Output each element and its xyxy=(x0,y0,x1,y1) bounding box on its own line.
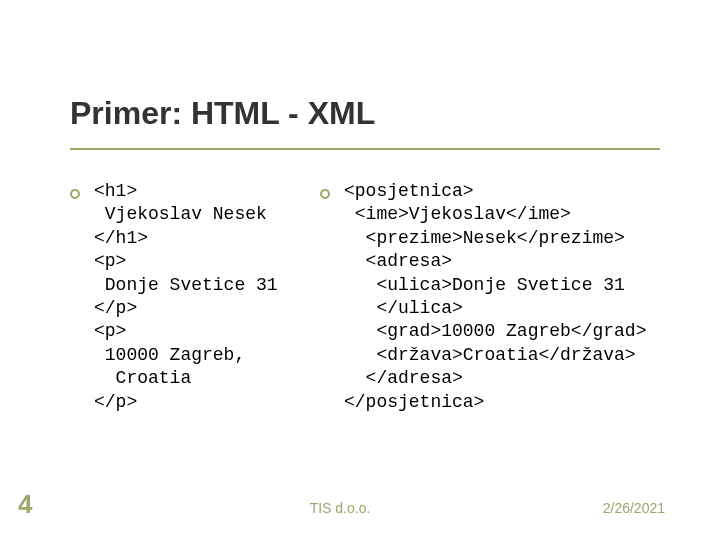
content-columns: <h1> Vjekoslav Nesek </h1> <p> Donje Sve… xyxy=(94,180,670,414)
slide: Primer: HTML - XML <h1> Vjekoslav Nesek … xyxy=(0,0,720,540)
slide-title: Primer: HTML - XML xyxy=(70,95,375,132)
title-underline xyxy=(70,148,660,150)
bullet-left xyxy=(70,184,88,202)
footer-date: 2/26/2021 xyxy=(603,500,665,516)
xml-code-block: <posjetnica> <ime>Vjekoslav</ime> <prezi… xyxy=(344,180,670,414)
bullet-icon xyxy=(70,189,80,199)
html-code-block: <h1> Vjekoslav Nesek </h1> <p> Donje Sve… xyxy=(94,180,344,414)
